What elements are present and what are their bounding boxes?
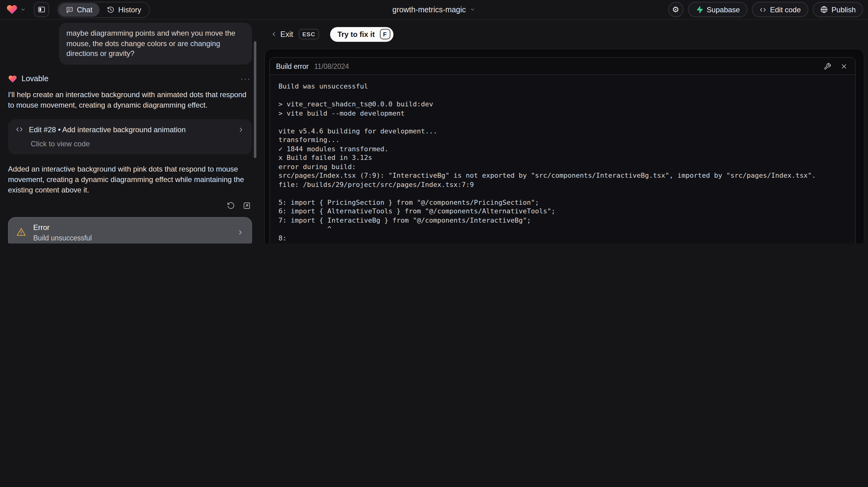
user-message-text: maybe diagramming points and when you mo… xyxy=(66,28,245,59)
error-card-title: Error xyxy=(33,223,92,232)
esc-key-badge: ESC xyxy=(299,29,319,39)
tab-chat[interactable]: Chat xyxy=(58,3,100,16)
f-key-badge: F xyxy=(380,29,390,39)
exit-button[interactable]: Exit xyxy=(280,30,293,38)
chevron-right-icon xyxy=(237,229,244,236)
edit-code-label: Edit code xyxy=(770,5,801,14)
assistant-message-text: Added an interactive background with pin… xyxy=(8,164,252,195)
warning-triangle-icon xyxy=(16,227,26,237)
build-error-date: 11/08/2024 xyxy=(314,62,349,70)
assistant-message-header: Lovable ··· xyxy=(8,74,252,83)
assistant-message-text: I'll help create an interactive backgrou… xyxy=(8,89,252,110)
app-window: Chat History growth-metrics-magic ⚙ xyxy=(0,0,868,243)
code-brackets-icon xyxy=(759,6,766,13)
edit-code-button[interactable]: Edit code xyxy=(751,2,808,17)
panel-left-icon xyxy=(37,5,45,13)
globe-icon xyxy=(820,5,828,13)
try-to-fix-label: Try to fix it xyxy=(338,30,375,38)
logo-chevron-down-icon[interactable] xyxy=(20,7,26,12)
build-error-card[interactable]: Error Build unsuccessful xyxy=(8,217,252,243)
project-switcher[interactable]: growth-metrics-magic xyxy=(393,0,476,19)
gear-icon: ⚙ xyxy=(672,5,679,13)
try-to-fix-button[interactable]: Try to fix it F xyxy=(330,27,393,41)
chat-panel: maybe diagramming points and when you mo… xyxy=(0,19,257,243)
wrench-icon[interactable] xyxy=(824,62,831,70)
supabase-bolt-icon xyxy=(695,5,703,13)
supabase-label: Supabase xyxy=(707,5,740,14)
tab-history-label: History xyxy=(118,5,142,14)
error-detail-panel: Build error 11/08/2024 Build was unsucce… xyxy=(264,49,864,243)
publish-label: Publish xyxy=(831,5,856,14)
project-name: growth-metrics-magic xyxy=(393,5,466,14)
more-menu-icon[interactable]: ··· xyxy=(241,74,251,83)
edit-card-title: Edit #28 • Add interactive background an… xyxy=(29,125,186,134)
tab-chat-label: Chat xyxy=(77,5,93,14)
message-actions xyxy=(8,202,252,209)
top-bar: Chat History growth-metrics-magic ⚙ xyxy=(0,0,868,20)
chat-history-segmented-control: Chat History xyxy=(57,2,150,18)
edit-card-subtitle: Click to view code xyxy=(31,139,245,148)
history-clock-icon xyxy=(107,6,115,13)
sidebar-toggle-button[interactable] xyxy=(34,2,49,17)
chevron-left-icon xyxy=(271,31,277,37)
chevron-right-icon xyxy=(237,126,245,133)
error-card-subtitle: Build unsuccessful xyxy=(33,234,92,241)
build-error-title: Build error xyxy=(276,62,309,70)
project-chevron-down-icon xyxy=(470,7,475,12)
build-error-log: Build was unsuccessful > vite_react_shad… xyxy=(270,75,855,243)
lovable-logo-heart-icon[interactable] xyxy=(6,4,18,16)
edit-card-28[interactable]: Edit #28 • Add interactive background an… xyxy=(8,119,252,154)
settings-button[interactable]: ⚙ xyxy=(668,2,683,17)
build-error-log-text: Build was unsuccessful > vite_react_shad… xyxy=(270,75,855,243)
build-error-log-card: Build error 11/08/2024 Build was unsucce… xyxy=(269,57,856,243)
open-external-icon[interactable] xyxy=(243,202,251,209)
lovable-heart-icon xyxy=(8,74,17,83)
tab-history[interactable]: History xyxy=(100,3,149,16)
chat-scrollbar[interactable] xyxy=(254,41,256,158)
error-view-header: Exit ESC Try to fix it F xyxy=(271,26,393,42)
assistant-name: Lovable xyxy=(22,74,49,83)
build-error-card-header: Build error 11/08/2024 xyxy=(270,58,855,75)
close-icon[interactable] xyxy=(840,62,848,70)
publish-button[interactable]: Publish xyxy=(812,2,863,17)
code-brackets-icon xyxy=(16,125,23,133)
chat-bubble-icon xyxy=(66,6,73,13)
user-message: maybe diagramming points and when you mo… xyxy=(59,23,252,64)
refresh-icon[interactable] xyxy=(227,202,235,209)
supabase-button[interactable]: Supabase xyxy=(688,2,747,17)
